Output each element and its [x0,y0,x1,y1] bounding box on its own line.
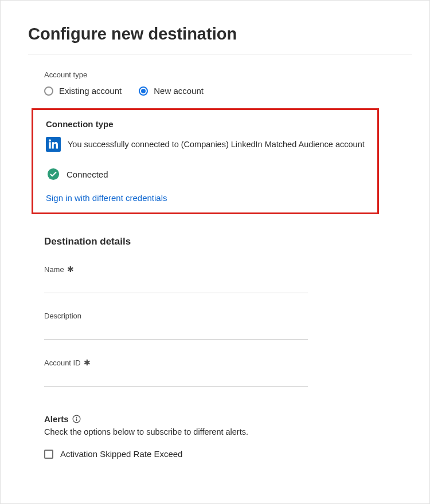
checkbox-label: Activation Skipped Rate Exceed [60,449,182,459]
signin-different-credentials-link[interactable]: Sign in with different credentials [46,193,167,203]
name-label: Name ✱ [44,265,343,274]
account-id-label: Account ID ✱ [44,358,343,367]
connection-success-row: You successfully connected to (Companies… [46,137,365,152]
svg-point-3 [76,417,77,418]
description-field: Description [44,312,343,340]
account-id-input[interactable] [44,371,308,387]
alert-activation-skipped-checkbox[interactable]: Activation Skipped Rate Exceed [44,449,412,459]
alerts-header: Alerts [44,414,412,424]
connection-type-section: Connection type You successfully connect… [32,108,379,214]
radio-label: Existing account [59,86,122,96]
alerts-section: Alerts Check the options below to subscr… [44,414,412,459]
name-field: Name ✱ [44,265,343,293]
connection-type-heading: Connection type [46,119,365,129]
page-title: Configure new destination [28,25,412,44]
configure-destination-page: Configure new destination Account type E… [0,0,430,504]
connection-status-text: Connected [67,170,108,179]
radio-existing-account[interactable]: Existing account [44,86,122,96]
radio-icon [139,86,148,96]
account-type-radio-group: Existing account New account [44,86,412,96]
radio-new-account[interactable]: New account [139,86,204,96]
connection-status-row: Connected [47,168,365,180]
check-circle-icon [47,168,60,180]
info-icon [72,415,81,423]
account-id-field: Account ID ✱ [44,358,343,387]
alerts-heading: Alerts [44,414,69,424]
radio-label: New account [154,86,204,96]
alerts-description: Check the options below to subscribe to … [44,427,412,436]
name-input[interactable] [44,277,308,293]
connection-success-text: You successfully connected to (Companies… [68,140,365,149]
divider [28,54,412,54]
account-type-label: Account type [44,70,412,79]
required-mark: ✱ [67,265,74,274]
radio-icon [44,86,53,96]
svg-rect-4 [76,418,77,421]
destination-details-heading: Destination details [44,236,343,247]
checkbox-icon [44,450,53,459]
destination-details-section: Destination details Name ✱ Description A… [44,236,343,387]
description-input[interactable] [44,324,308,340]
required-mark: ✱ [84,358,91,367]
description-label: Description [44,312,343,320]
linkedin-icon [46,137,61,152]
